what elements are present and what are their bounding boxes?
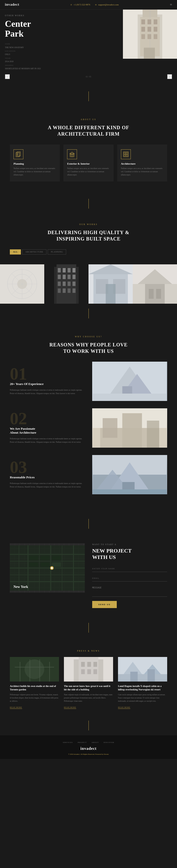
map-city: New York: [13, 585, 28, 589]
svg-rect-110: [30, 659, 30, 682]
news-desc-1: Pellentesque vulputet purus non lorem. V…: [10, 693, 59, 703]
svg-rect-8: [141, 27, 145, 32]
news-image-2: [64, 657, 113, 682]
form-label: WANT TO START A: [92, 544, 167, 546]
svg-rect-11: [141, 34, 145, 39]
news-read-more-2[interactable]: READ MORE: [64, 706, 76, 709]
reason-desc-2: Pellentesque habitant morbi tristique se…: [10, 437, 85, 444]
svg-rect-42: [68, 268, 70, 273]
logo[interactable]: invadect: [5, 3, 20, 7]
footer-nav-discover[interactable]: DISCOVER: [104, 742, 114, 743]
news-grid: Architect builds his own studio at the e…: [10, 657, 167, 708]
service-card-architecture: Architecture Nullam semper arcu arcu, ac…: [117, 145, 167, 181]
svg-rect-79: [147, 421, 159, 447]
planning-icon: [13, 149, 23, 159]
email-info: ✉ support@invadect.com: [95, 3, 119, 6]
news-read-more-3[interactable]: READ MORE: [118, 706, 130, 709]
why-label: WHY CHOOSE US?: [10, 336, 167, 338]
divider-line: [88, 91, 89, 101]
phone-info: ✆ +1 (917) 522-9876: [70, 3, 90, 6]
planning-desc: Nullam semper arcu arcu, ac tincidunt se…: [13, 167, 56, 177]
message-input[interactable]: [92, 585, 167, 597]
tab-all[interactable]: ALL: [10, 249, 21, 254]
svg-rect-61: [106, 284, 116, 304]
svg-rect-53: [63, 288, 66, 293]
news-read-more-1[interactable]: READ MORE: [10, 706, 22, 709]
reason-title-3: Reasonable Prices: [10, 475, 85, 479]
divider-3: [0, 304, 177, 323]
about-label: ABOUT US: [10, 118, 167, 121]
svg-rect-5: [141, 20, 145, 24]
work-image-4[interactable]: [133, 265, 177, 304]
exterior-desc: Nullam semper arcu arcu, ac tincidunt se…: [67, 167, 110, 177]
svg-rect-54: [68, 288, 70, 293]
svg-rect-51: [72, 282, 76, 286]
footer-nav-about[interactable]: ABOUT: [91, 742, 98, 743]
svg-rect-98: [29, 556, 38, 560]
hero-image: [123, 9, 177, 59]
name-input[interactable]: [92, 565, 167, 572]
news-desc-2: Nam vulputat turpis sit malesuada, sit t…: [64, 693, 113, 703]
svg-rect-111: [39, 659, 40, 682]
work-image-3[interactable]: [88, 265, 133, 304]
hero-section: INSARCHI OTHER WORKS CenterPark TYPE THE…: [0, 9, 177, 87]
svg-rect-7: [154, 20, 157, 24]
svg-rect-26: [126, 153, 127, 154]
svg-rect-126: [130, 672, 138, 682]
exterior-title: Exterior & Interior: [67, 162, 110, 165]
send-button[interactable]: SEND US: [92, 601, 117, 608]
svg-rect-9: [148, 27, 151, 32]
exterior-icon: [67, 149, 77, 159]
svg-rect-45: [63, 275, 66, 279]
phone-number: +1 (917) 522-9876: [73, 3, 90, 6]
svg-rect-66: [149, 289, 154, 299]
reason-row-1: 01 20+ Years Of Experience Pellentesque …: [10, 362, 167, 401]
news-title-2: The sun never knew how great it was unti…: [64, 684, 113, 691]
footer-nav-services[interactable]: SERVICES: [63, 742, 73, 743]
divider-5: [0, 618, 177, 638]
svg-rect-101: [29, 562, 38, 567]
reason-title-2: We Are PassionateAbout Architecture: [10, 427, 85, 435]
email-input[interactable]: [92, 575, 167, 582]
divider-line-6: [88, 721, 89, 731]
reason-title-1: 20+ Years Of Experience: [10, 382, 85, 386]
about-title: A WHOLE DIFFERENT KIND OFARCHITECTURAL F…: [10, 124, 167, 137]
svg-rect-44: [58, 275, 61, 279]
reason-content-1: 01 20+ Years Of Experience Pellentesque …: [10, 367, 85, 396]
svg-rect-65: [145, 284, 165, 304]
svg-rect-47: [72, 275, 76, 279]
service-card-exterior: Exterior & Interior Nullam semper arcu a…: [63, 145, 113, 181]
svg-rect-112: [49, 662, 50, 682]
svg-rect-28: [126, 155, 127, 156]
planning-title: Planning: [13, 162, 56, 165]
works-label: OUR WORKS: [10, 223, 167, 225]
footer-powered: Powered by Envato: [95, 753, 109, 755]
divider-2: [0, 194, 177, 214]
work-image-1[interactable]: [0, 265, 44, 304]
svg-rect-118: [93, 662, 97, 667]
svg-point-105: [51, 567, 53, 569]
svg-rect-49: [63, 282, 66, 286]
tab-planning[interactable]: PLANNING: [48, 249, 66, 254]
svg-rect-52: [58, 288, 61, 293]
footer-nav-project[interactable]: PROJECT: [78, 742, 87, 743]
map-area: New York: [10, 544, 85, 593]
svg-rect-99: [40, 556, 50, 560]
svg-rect-108: [15, 667, 54, 668]
svg-rect-120: [87, 669, 91, 674]
work-image-2[interactable]: [44, 265, 88, 304]
tab-architecture[interactable]: ARCHITECTURE: [22, 249, 47, 254]
news-title-1: Architect builds his own studio at the e…: [10, 684, 59, 691]
reason-row-2: 02 We Are PassionateAbout Architecture P…: [10, 408, 167, 447]
architecture-title: Architecture: [121, 162, 164, 165]
menu-button[interactable]: ≡: [170, 2, 172, 7]
svg-rect-67: [156, 289, 161, 299]
hero-prev-button[interactable]: ‹: [5, 74, 10, 79]
divider-6: [0, 716, 177, 735]
hero-next-button[interactable]: ›: [167, 74, 172, 79]
svg-rect-27: [124, 155, 126, 156]
divider-4: [0, 514, 177, 534]
why-title: REASONS WHY PEOPLE LOVETO WORK WITH US: [10, 341, 167, 354]
svg-rect-46: [68, 275, 70, 279]
header: invadect ✆ +1 (917) 522-9876 ✉ support@i…: [0, 0, 177, 9]
